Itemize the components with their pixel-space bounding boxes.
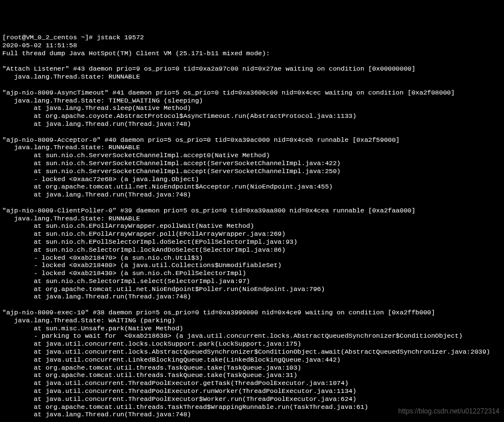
thread-title: "ajp-nio-8009-AsyncTimeout" #41 daemon p… <box>2 89 455 96</box>
stack-line: at sun.nio.ch.ServerSocketChannelImpl.ac… <box>2 167 341 175</box>
stack-line: - locked <0xab218430> (a sun.nio.ch.EPol… <box>2 269 246 277</box>
thread-title: "ajp-nio-8009-Acceptor-0" #40 daemon pri… <box>2 136 400 144</box>
stack-line: at java.lang.Thread.sleep(Native Method) <box>2 104 191 112</box>
thread-state: java.lang.Thread.State: RUNNABLE <box>2 215 140 222</box>
stack-line: at java.util.concurrent.ThreadPoolExecut… <box>2 395 356 403</box>
thread-title: "ajp-nio-8009-exec-10" #38 daemon prio=5… <box>2 309 435 316</box>
stack-line: at sun.nio.ch.ServerSocketChannelImpl.ac… <box>2 159 341 167</box>
stack-line: at java.util.concurrent.locks.AbstractQu… <box>2 348 490 355</box>
watermark-text: https://blog.csdn.net/u012272314 <box>399 407 499 415</box>
stack-line: at java.lang.Thread.run(Thread.java:748) <box>2 293 191 300</box>
stack-line: at sun.nio.ch.EPollArrayWrapper.poll(EPo… <box>2 230 286 237</box>
timestamp: 2020-05-02 11:51:58 <box>2 42 77 49</box>
stack-line: at sun.nio.ch.SelectorImpl.select(Select… <box>2 277 250 285</box>
thread-title: "Attach Listener" #43 daemon prio=9 os_p… <box>2 65 416 72</box>
thread-state: java.lang.Thread.State: WAITING (parking… <box>2 317 176 324</box>
stack-line: at org.apache.tomcat.util.threads.TaskQu… <box>2 364 302 371</box>
stack-line: at java.lang.Thread.run(Thread.java:748) <box>2 411 191 418</box>
stack-line: at java.util.concurrent.LinkedBlockingQu… <box>2 356 341 363</box>
stack-line: at java.lang.Thread.run(Thread.java:748) <box>2 191 191 198</box>
terminal-output: [root@VM_0_2_centos ~]# jstack 19572 202… <box>2 34 502 419</box>
stack-line: at sun.nio.ch.SelectorImpl.lockAndDoSele… <box>2 246 286 253</box>
stack-line: - locked <0xab218470> (a sun.nio.ch.Util… <box>2 254 203 261</box>
stack-line: at sun.nio.ch.ServerSocketChannelImpl.ac… <box>2 151 270 159</box>
stack-line: at sun.misc.Unsafe.park(Native Method) <box>2 325 183 332</box>
stack-line: at org.apache.tomcat.util.net.NioEndpoin… <box>2 183 333 190</box>
stack-line: at sun.nio.ch.EPollArrayWrapper.epollWai… <box>2 222 254 230</box>
stack-line: - parking to wait for <0xab218638> (a ja… <box>2 332 462 339</box>
stack-line: - locked <0xaac72e68> (a java.lang.Objec… <box>2 175 199 183</box>
stack-line: at sun.nio.ch.EPollSelectorImpl.doSelect… <box>2 238 298 245</box>
stack-line: - locked <0xab218480> (a java.util.Colle… <box>2 261 282 269</box>
stack-line: at org.apache.tomcat.util.threads.TaskTh… <box>2 403 368 411</box>
stack-line: at org.apache.coyote.AbstractProtocol$As… <box>2 112 356 120</box>
stack-line: at java.util.concurrent.ThreadPoolExecut… <box>2 387 356 395</box>
thread-state: java.lang.Thread.State: RUNNABLE <box>2 144 140 151</box>
stack-line: at java.lang.Thread.run(Thread.java:748) <box>2 120 191 128</box>
prompt-line: [root@VM_0_2_centos ~]# jstack 19572 <box>2 34 144 41</box>
stack-line: at java.util.concurrent.ThreadPoolExecut… <box>2 379 348 387</box>
thread-state: java.lang.Thread.State: TIMED_WAITING (s… <box>2 97 203 104</box>
stack-line: at java.util.concurrent.locks.LockSuppor… <box>2 340 302 347</box>
dump-header: Full thread dump Java HotSpot(TM) Client… <box>2 50 270 57</box>
thread-state: java.lang.Thread.State: RUNNABLE <box>2 73 140 80</box>
stack-line: at org.apache.tomcat.util.net.NioEndpoin… <box>2 285 325 293</box>
thread-title: "ajp-nio-8009-ClientPoller-0" #39 daemon… <box>2 207 416 214</box>
stack-line: at org.apache.tomcat.util.threads.TaskQu… <box>2 371 298 379</box>
